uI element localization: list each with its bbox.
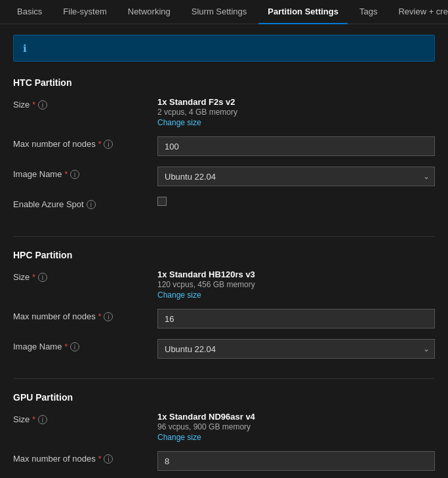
main-content: ℹ HTC Partition Size * i 1x Standard F2s… [0, 24, 448, 478]
size-name-hpc: 1x Standard HB120rs v3 [157, 269, 435, 279]
required-star: * [64, 170, 68, 179]
size-row-gpu: Size * i 1x Standard ND96asr v4 96 vcpus… [13, 412, 435, 442]
nav-tab-file-system[interactable]: File-system [54, 0, 115, 24]
max-nodes-info-icon-gpu[interactable]: i [104, 454, 113, 464]
image-name-select-htc[interactable]: Ubuntu 22.04 Ubuntu 20.04 CentOS 7 [157, 167, 435, 186]
size-row-hpc: Size * i 1x Standard HB120rs v3 120 vcpu… [13, 269, 435, 300]
required-star: * [32, 273, 35, 282]
required-star: * [32, 100, 35, 110]
info-banner-icon: ℹ [23, 43, 27, 54]
partition-section-hpc: HPC Partition Size * i 1x Standard HB120… [13, 250, 435, 360]
max-nodes-input-gpu[interactable] [157, 451, 435, 471]
spot-info-icon-htc[interactable]: i [87, 200, 96, 209]
nav-tab-review-create[interactable]: Review + create [389, 0, 448, 24]
change-size-link-hpc[interactable]: Change size [157, 290, 435, 300]
size-value-hpc: 1x Standard HB120rs v3 120 vcpus, 456 GB… [157, 269, 435, 300]
max-nodes-input-wrapper-hpc [157, 309, 435, 329]
nav-tab-networking[interactable]: Networking [119, 0, 180, 24]
nav-tab-tags[interactable]: Tags [350, 0, 386, 24]
size-info-icon-hpc[interactable]: i [38, 273, 47, 282]
max-nodes-label-hpc: Max number of nodes * i [13, 309, 157, 321]
partition-title-gpu: GPU Partition [13, 392, 435, 403]
image-info-icon-hpc[interactable]: i [70, 342, 79, 351]
required-star: * [64, 342, 68, 351]
image-name-label-hpc: Image Name * i [13, 339, 157, 351]
required-star: * [98, 312, 102, 321]
size-value-htc: 1x Standard F2s v2 2 vcpus, 4 GB memory … [157, 97, 435, 127]
image-name-row-hpc: Image Name * i Ubuntu 22.04 Ubuntu 20.04… [13, 339, 435, 360]
size-label-gpu: Size * i [13, 412, 157, 424]
required-star: * [32, 415, 35, 424]
max-nodes-info-icon-htc[interactable]: i [104, 140, 113, 149]
size-info-icon-htc[interactable]: i [38, 100, 47, 110]
size-info-icon-gpu[interactable]: i [38, 415, 47, 424]
image-name-select-wrapper-hpc: Ubuntu 22.04 Ubuntu 20.04 CentOS 7 ⌄ [157, 339, 435, 359]
section-divider-1 [13, 378, 435, 379]
image-info-icon-htc[interactable]: i [70, 170, 79, 179]
size-sub-htc: 2 vcpus, 4 GB memory [157, 108, 435, 117]
azure-spot-checkbox-htc[interactable] [157, 197, 167, 206]
image-name-select-hpc[interactable]: Ubuntu 22.04 Ubuntu 20.04 CentOS 7 [157, 339, 435, 359]
nav-tab-partition-settings[interactable]: Partition Settings [258, 0, 348, 24]
info-banner: ℹ [13, 35, 435, 62]
partition-title-htc: HTC Partition [13, 77, 435, 88]
partitions-container: HTC Partition Size * i 1x Standard F2s v… [13, 77, 435, 478]
nav-tab-slurm-settings[interactable]: Slurm Settings [182, 0, 256, 24]
max-nodes-info-icon-hpc[interactable]: i [104, 312, 113, 321]
size-name-gpu: 1x Standard ND96asr v4 [157, 412, 435, 422]
max-nodes-row-htc: Max number of nodes * i [13, 136, 435, 157]
max-nodes-label-gpu: Max number of nodes * i [13, 451, 157, 464]
required-star: * [98, 454, 102, 464]
max-nodes-input-htc[interactable] [157, 136, 435, 156]
max-nodes-input-hpc[interactable] [157, 309, 435, 329]
nav-tab-basics[interactable]: Basics [8, 0, 51, 24]
change-size-link-htc[interactable]: Change size [157, 118, 435, 127]
max-nodes-input-wrapper-htc [157, 136, 435, 156]
max-nodes-input-wrapper-gpu [157, 451, 435, 471]
size-sub-hpc: 120 vcpus, 456 GB memory [157, 280, 435, 289]
nav-tabs: BasicsFile-systemNetworkingSlurm Setting… [0, 0, 448, 24]
section-divider-0 [13, 236, 435, 237]
image-name-label-htc: Image Name * i [13, 167, 157, 179]
size-label-hpc: Size * i [13, 269, 157, 282]
partition-section-gpu: GPU Partition Size * i 1x Standard ND96a… [13, 392, 435, 478]
max-nodes-label-htc: Max number of nodes * i [13, 136, 157, 149]
partition-section-htc: HTC Partition Size * i 1x Standard F2s v… [13, 77, 435, 218]
size-value-gpu: 1x Standard ND96asr v4 96 vcpus, 900 GB … [157, 412, 435, 442]
max-nodes-row-hpc: Max number of nodes * i [13, 309, 435, 330]
size-row-htc: Size * i 1x Standard F2s v2 2 vcpus, 4 G… [13, 97, 435, 127]
azure-spot-checkbox-wrapper-htc [157, 197, 435, 206]
image-name-row-htc: Image Name * i Ubuntu 22.04 Ubuntu 20.04… [13, 167, 435, 188]
azure-spot-row-htc: Enable Azure Spot i [13, 197, 435, 218]
size-sub-gpu: 96 vcpus, 900 GB memory [157, 422, 435, 431]
azure-spot-label-htc: Enable Azure Spot i [13, 197, 157, 209]
required-star: * [98, 140, 102, 149]
change-size-link-gpu[interactable]: Change size [157, 433, 435, 442]
image-name-select-wrapper-htc: Ubuntu 22.04 Ubuntu 20.04 CentOS 7 ⌄ [157, 167, 435, 186]
size-name-htc: 1x Standard F2s v2 [157, 97, 435, 107]
size-label-htc: Size * i [13, 97, 157, 110]
partition-title-hpc: HPC Partition [13, 250, 435, 260]
max-nodes-row-gpu: Max number of nodes * i [13, 451, 435, 472]
